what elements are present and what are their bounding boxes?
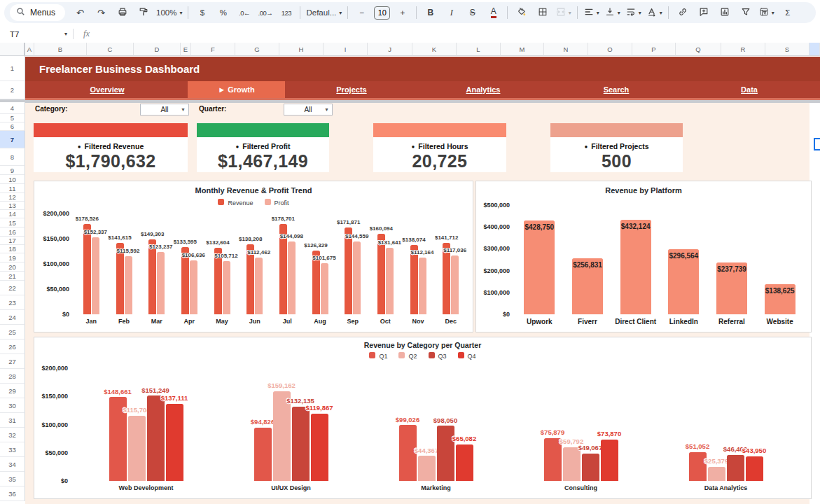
zoom-select[interactable]: 100%▾ — [154, 4, 184, 21]
filter-views-button[interactable]: ▾ — [756, 4, 777, 21]
row-header-22[interactable]: 22 — [0, 281, 25, 295]
horizontal-align-button[interactable]: ▾ — [581, 4, 602, 21]
column-header-B[interactable]: B — [34, 43, 87, 56]
print-button[interactable] — [112, 4, 132, 21]
column-header-K[interactable]: K — [412, 43, 457, 56]
row-header-16[interactable]: 16 — [0, 227, 25, 237]
more-formats-button[interactable]: 123 — [276, 4, 296, 21]
menus-button[interactable]: Menus — [10, 4, 65, 21]
row-header-1[interactable]: 1 — [0, 56, 25, 81]
row-header-33[interactable]: 33 — [0, 442, 25, 457]
tab-data[interactable]: Data — [711, 81, 788, 98]
column-header-C[interactable]: C — [87, 43, 134, 56]
column-header-O[interactable]: O — [588, 43, 632, 56]
font-select[interactable]: Defaul...▾ — [304, 4, 344, 21]
column-header-R[interactable]: R — [721, 43, 765, 56]
column-header-I[interactable]: I — [324, 43, 368, 56]
format-percent-button[interactable]: % — [213, 4, 233, 21]
row-header-32[interactable]: 32 — [0, 428, 25, 442]
create-filter-button[interactable] — [735, 4, 756, 21]
row-header-25[interactable]: 25 — [0, 325, 25, 340]
row-header-20[interactable]: 20 — [0, 262, 25, 272]
column-header-E[interactable]: E — [181, 43, 191, 56]
row-header-5[interactable]: 5 — [0, 114, 25, 122]
vertical-align-button[interactable]: ▾ — [602, 4, 623, 21]
merge-cells-button[interactable]: ▾ — [553, 4, 574, 21]
row-header-28[interactable]: 28 — [0, 369, 25, 384]
column-header-D[interactable]: D — [134, 43, 181, 56]
chart-monthly-revenue-profit[interactable]: Monthly Revenue & Profit TrendRevenuePro… — [34, 181, 473, 332]
column-header-t-partial[interactable] — [809, 43, 820, 56]
row-header-13[interactable]: 13 — [0, 202, 25, 210]
fill-color-button[interactable] — [511, 4, 531, 21]
insert-chart-button[interactable] — [714, 4, 735, 21]
row-header-15[interactable]: 15 — [0, 218, 25, 227]
column-header-Q[interactable]: Q — [676, 43, 721, 56]
column-header-M[interactable]: M — [501, 43, 544, 56]
column-header-A[interactable]: A — [25, 43, 34, 56]
text-color-button[interactable]: A — [483, 4, 503, 21]
row-header-35[interactable]: 35 — [0, 472, 25, 486]
text-wrap-button[interactable]: ▾ — [623, 4, 644, 21]
italic-button[interactable]: I — [441, 4, 461, 21]
row-header-9[interactable]: 9 — [0, 166, 25, 175]
tab-growth[interactable]: ► Growth — [188, 81, 285, 98]
undo-button[interactable]: ↶ — [70, 4, 90, 21]
row-header-6[interactable]: 6 — [0, 122, 25, 131]
chart-revenue-by-category-quarter[interactable]: Revenue by Category per QuarterQ1Q2Q3Q4$… — [34, 337, 812, 499]
row-header-19[interactable]: 19 — [0, 253, 25, 262]
row-header-34[interactable]: 34 — [0, 457, 25, 472]
row-header-11[interactable]: 11 — [0, 184, 25, 193]
row-header-12[interactable]: 12 — [0, 193, 25, 202]
row-header-4[interactable]: 4 — [0, 102, 25, 114]
borders-button[interactable] — [532, 4, 553, 21]
insert-comment-button[interactable] — [693, 4, 714, 21]
tab-overview[interactable]: Overview — [65, 81, 149, 98]
column-header-L[interactable]: L — [457, 43, 501, 56]
row-header-18[interactable]: 18 — [0, 245, 25, 253]
tab-search[interactable]: Search — [574, 81, 658, 98]
paint-format-button[interactable] — [133, 4, 153, 21]
column-header-F[interactable]: F — [191, 43, 235, 56]
column-header-J[interactable]: J — [368, 43, 412, 56]
formula-input[interactable] — [90, 25, 820, 43]
row-header-8[interactable]: 8 — [0, 148, 25, 166]
font-size-input[interactable]: 10 — [374, 6, 390, 20]
column-header-P[interactable]: P — [632, 43, 676, 56]
functions-button[interactable]: Σ — [777, 4, 798, 21]
row-header-21[interactable]: 21 — [0, 272, 25, 281]
name-box[interactable]: T7 ▾ — [0, 25, 67, 43]
strikethrough-button[interactable]: S — [462, 4, 482, 21]
column-header-N[interactable]: N — [544, 43, 588, 56]
column-header-G[interactable]: G — [235, 43, 279, 56]
format-currency-button[interactable]: $ — [192, 4, 212, 21]
increase-decimals-button[interactable]: .00→ — [255, 4, 275, 21]
row-header-23[interactable]: 23 — [0, 295, 25, 310]
row-header-24[interactable]: 24 — [0, 310, 25, 325]
row-header-31[interactable]: 31 — [0, 413, 25, 428]
category-filter-dropdown[interactable]: All ▼ — [140, 104, 189, 115]
tab-projects[interactable]: Projects — [310, 81, 394, 98]
row-header-29[interactable]: 29 — [0, 384, 25, 398]
row-header-36[interactable]: 36 — [0, 486, 25, 501]
row-header-30[interactable]: 30 — [0, 398, 25, 413]
column-header-H[interactable]: H — [279, 43, 324, 56]
decrease-font-size-button[interactable]: − — [352, 4, 372, 21]
text-rotation-button[interactable]: ▾ — [644, 4, 665, 21]
insert-link-button[interactable] — [672, 4, 693, 21]
bold-button[interactable]: B — [420, 4, 440, 21]
row-header-10[interactable]: 10 — [0, 175, 25, 184]
chart-revenue-by-platform[interactable]: Revenue by Platform$500,000$400,000$300,… — [475, 181, 812, 332]
row-header-14[interactable]: 14 — [0, 210, 25, 218]
tab-analytics[interactable]: Analytics — [441, 81, 525, 98]
select-all-corner[interactable] — [0, 43, 25, 56]
row-header-26[interactable]: 26 — [0, 340, 25, 354]
increase-font-size-button[interactable]: + — [392, 4, 412, 21]
quarter-filter-dropdown[interactable]: All ▼ — [284, 104, 333, 115]
row-header-7[interactable]: 7 — [0, 131, 25, 148]
column-header-S[interactable]: S — [765, 43, 809, 56]
decrease-decimals-button[interactable]: .0← — [234, 4, 254, 21]
row-header-2[interactable]: 2 — [0, 81, 25, 99]
redo-button[interactable]: ↷ — [91, 4, 111, 21]
row-header-17[interactable]: 17 — [0, 237, 25, 245]
